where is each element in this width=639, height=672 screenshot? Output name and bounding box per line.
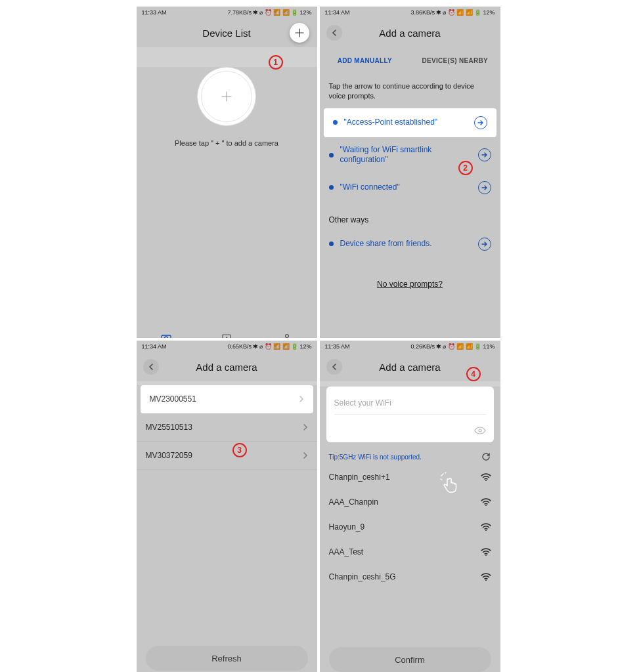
option-wifi-smartlink[interactable]: "Waiting for WiFi smartlink configuratio… xyxy=(320,137,500,173)
tabs: ADD MANUALLY DEVICE(S) NEARBY xyxy=(320,47,500,74)
wifi-select-input[interactable]: Select your WiFi xyxy=(334,396,486,415)
wifi-name: Haoyun_9 xyxy=(329,522,365,532)
svg-point-6 xyxy=(485,505,487,506)
plus-icon xyxy=(295,28,304,37)
option-wifi-connected[interactable]: "WiFi connected" xyxy=(320,173,500,202)
bullet-icon xyxy=(329,153,334,158)
svg-point-9 xyxy=(485,579,487,581)
wifi-name: AAA_Test xyxy=(329,547,364,556)
bottom-nav: Device List Demo Profile xyxy=(137,326,317,338)
bullet-icon xyxy=(329,242,334,246)
wifi-item[interactable]: Haoyun_9 xyxy=(320,514,500,539)
status-icons: ✱ ⌀ ⏰ 📶 📶 🔋 xyxy=(253,343,299,350)
annotation-4: 4 xyxy=(466,367,481,381)
empty-hint: Please tap " + " to add a camera xyxy=(137,139,317,147)
status-icons: ✱ ⌀ ⏰ 📶 📶 🔋 xyxy=(253,9,299,16)
confirm-button[interactable]: Confirm xyxy=(329,647,491,672)
page-title: Add a camera xyxy=(379,28,440,39)
wifi-icon xyxy=(481,573,491,581)
status-batt: 12% xyxy=(483,9,495,16)
device-id: MV23000551 xyxy=(150,394,196,404)
wifi-icon xyxy=(481,548,491,556)
wifi-item[interactable]: Chanpin_ceshi+1 xyxy=(320,465,500,490)
back-button[interactable] xyxy=(326,25,342,41)
status-bar: 11:33 AM 7.78KB/s ✱ ⌀ ⏰ 📶 📶 🔋 12% xyxy=(137,7,317,18)
profile-icon xyxy=(282,333,292,338)
tab-add-manually[interactable]: ADD MANUALLY xyxy=(320,47,410,74)
nav-profile[interactable]: Profile xyxy=(257,326,317,338)
status-batt: 12% xyxy=(299,9,311,16)
svg-point-4 xyxy=(479,429,481,432)
device-row[interactable]: MV23000551 xyxy=(141,385,313,413)
option-access-point[interactable]: "Access-Point established" xyxy=(324,108,496,137)
chevron-left-icon xyxy=(332,30,337,36)
nav-device-list[interactable]: Device List xyxy=(137,326,197,338)
plus-icon xyxy=(221,91,232,102)
svg-point-7 xyxy=(485,530,487,531)
status-time: 11:33 AM xyxy=(142,9,167,16)
wifi-card: Select your WiFi xyxy=(326,387,494,442)
header: Device List xyxy=(137,18,317,47)
page-title: Add a camera xyxy=(379,362,440,373)
wifi-icon xyxy=(481,473,491,481)
annotation-2: 2 xyxy=(458,161,473,175)
page-title: Device List xyxy=(202,28,250,39)
tip-row: Tip:5GHz WiFi is not supported. xyxy=(320,448,500,465)
status-icons: ✱ ⌀ ⏰ 📶 📶 🔋 xyxy=(436,9,482,16)
annotation-1: 1 xyxy=(269,55,283,70)
status-time: 11:35 AM xyxy=(325,343,350,350)
status-net: 0.26KB/s xyxy=(410,343,435,350)
page-title: Add a camera xyxy=(196,362,257,373)
screen-add-camera-options: 11:34 AM 3.86KB/s ✱ ⌀ ⏰ 📶 📶 🔋 12% Add a … xyxy=(320,7,500,338)
status-time: 11:34 AM xyxy=(325,9,350,16)
other-ways-label: Other ways xyxy=(320,202,500,230)
nav-demo[interactable]: Demo xyxy=(196,326,257,338)
status-icons: ✱ ⌀ ⏰ 📶 📶 🔋 xyxy=(436,343,482,350)
eye-icon[interactable] xyxy=(474,427,486,434)
tab-devices-nearby[interactable]: DEVICE(S) NEARBY xyxy=(410,47,500,74)
wifi-password-row xyxy=(334,415,486,434)
refresh-icon[interactable] xyxy=(481,452,491,462)
back-button[interactable] xyxy=(143,359,159,375)
wifi-item[interactable]: AAA_Chanpin xyxy=(320,490,500,514)
annotation-3: 3 xyxy=(232,443,247,457)
tip-text: Tip:5GHz WiFi is not supported. xyxy=(329,453,422,461)
add-device-button[interactable] xyxy=(290,23,309,43)
device-row[interactable]: MV30372059 xyxy=(137,442,317,470)
refresh-button[interactable]: Refresh xyxy=(146,646,308,671)
wifi-item[interactable]: Chanpin_ceshi_5G xyxy=(320,564,500,589)
svg-point-5 xyxy=(485,480,487,481)
arrow-right-icon xyxy=(478,148,491,161)
header: Add a camera xyxy=(320,18,500,47)
bullet-icon xyxy=(333,120,338,125)
svg-point-1 xyxy=(165,337,168,338)
option-device-share[interactable]: Device share from friends. xyxy=(320,230,500,259)
status-bar: 11:34 AM 3.86KB/s ✱ ⌀ ⏰ 📶 📶 🔋 12% xyxy=(320,7,500,18)
no-voice-prompts-link[interactable]: No voice prompts? xyxy=(320,280,500,289)
status-batt: 11% xyxy=(483,343,495,350)
status-bar: 11:34 AM 0.65KB/s ✱ ⌀ ⏰ 📶 📶 🔋 12% xyxy=(137,341,317,352)
status-net: 3.86KB/s xyxy=(410,9,435,16)
camera-icon xyxy=(161,333,171,338)
screen-device-list: 11:33 AM 7.78KB/s ✱ ⌀ ⏰ 📶 📶 🔋 12% Device… xyxy=(137,7,317,338)
wifi-item[interactable]: AAA_Test xyxy=(320,539,500,564)
big-add-button[interactable] xyxy=(197,67,256,126)
wifi-name: AAA_Chanpin xyxy=(329,497,378,507)
back-button[interactable] xyxy=(326,359,342,375)
chevron-right-icon xyxy=(303,424,308,430)
wifi-icon xyxy=(481,498,491,506)
screen-select-device: 11:34 AM 0.65KB/s ✱ ⌀ ⏰ 📶 📶 🔋 12% Add a … xyxy=(137,341,317,672)
wifi-name: Chanpin_ceshi_5G xyxy=(329,572,396,581)
chevron-right-icon xyxy=(299,396,304,402)
svg-point-8 xyxy=(485,555,487,556)
wifi-icon xyxy=(481,523,491,531)
svg-point-3 xyxy=(285,335,288,338)
device-row[interactable]: MV25510513 xyxy=(137,413,317,442)
device-id: MV25510513 xyxy=(146,423,192,432)
play-icon xyxy=(221,333,232,338)
bullet-icon xyxy=(329,185,334,190)
status-net: 0.65KB/s xyxy=(227,343,252,350)
hand-cursor-icon xyxy=(440,472,462,494)
screen-select-wifi: 11:35 AM 0.26KB/s ✱ ⌀ ⏰ 📶 📶 🔋 11% Add a … xyxy=(320,341,500,672)
wifi-name: Chanpin_ceshi+1 xyxy=(329,472,390,482)
